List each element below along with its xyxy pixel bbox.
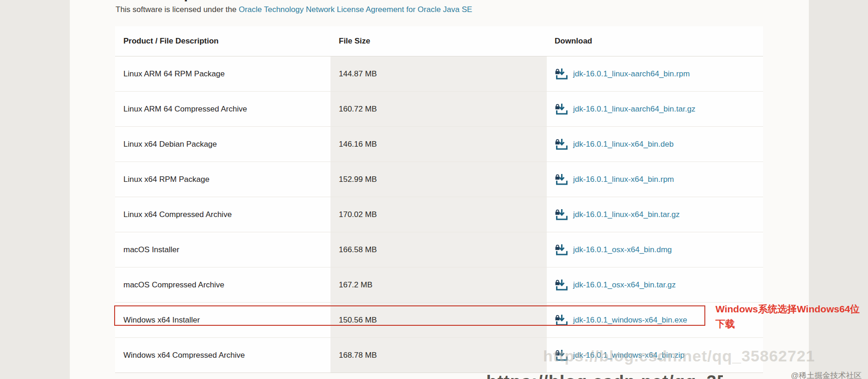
download-file-name: jdk-16.0.1_osx-x64_bin.dmg bbox=[573, 245, 672, 255]
download-icon bbox=[555, 103, 568, 115]
download-file-name: jdk-16.0.1_linux-aarch64_bin.tar.gz bbox=[573, 105, 696, 114]
table-row: Linux ARM 64 Compressed Archive 160.72 M… bbox=[115, 92, 763, 127]
download-link[interactable]: jdk-16.0.1_osx-x64_bin.dmg bbox=[555, 244, 672, 256]
download-file-name: jdk-16.0.1_linux-x64_bin.deb bbox=[573, 140, 673, 149]
download-file-name: jdk-16.0.1_linux-aarch64_bin.rpm bbox=[573, 69, 690, 79]
license-text: This software is licensed under the bbox=[116, 5, 238, 14]
table-row: Windows x64 Installer 150.56 MB jdk-16.0… bbox=[115, 303, 763, 338]
table-row: Linux x64 Compressed Archive 170.02 MB j… bbox=[115, 197, 763, 232]
file-size: 152.99 MB bbox=[330, 162, 547, 197]
file-size: 166.58 MB bbox=[330, 232, 547, 267]
red-annotation-text: Windows系统选择Windows64位下载 bbox=[715, 302, 868, 331]
table-row: Linux x64 RPM Package 152.99 MB jdk-16.0… bbox=[115, 162, 763, 197]
download-file-name: jdk-16.0.1_linux-x64_bin.rpm bbox=[573, 175, 674, 184]
download-file-name: jdk-16.0.1_linux-x64_bin.tar.gz bbox=[573, 210, 680, 219]
product-description: Linux ARM 64 Compressed Archive bbox=[115, 92, 330, 126]
download-icon bbox=[555, 314, 568, 326]
clipped-page-heading: p bbox=[184, 0, 239, 4]
file-size: 150.56 MB bbox=[330, 303, 547, 337]
column-header-product: Product / File Description bbox=[115, 37, 330, 46]
product-description: macOS Compressed Archive bbox=[115, 267, 330, 302]
file-size: 168.78 MB bbox=[330, 338, 547, 373]
download-icon bbox=[555, 138, 568, 150]
download-link[interactable]: jdk-16.0.1_linux-x64_bin.deb bbox=[555, 138, 673, 150]
table-row: macOS Compressed Archive 167.2 MB jdk-16… bbox=[115, 267, 763, 303]
table-row: Linux x64 Debian Package 146.16 MB jdk-1… bbox=[115, 127, 763, 162]
product-description: Windows x64 Compressed Archive bbox=[115, 338, 330, 373]
table-header-row: Product / File Description File Size Dow… bbox=[115, 26, 763, 56]
watermark-juejin: @稀土掘金技术社区 bbox=[791, 370, 862, 379]
download-link[interactable]: jdk-16.0.1_linux-x64_bin.rpm bbox=[555, 174, 674, 186]
download-link[interactable]: jdk-16.0.1_osx-x64_bin.tar.gz bbox=[555, 279, 676, 291]
product-description: Linux x64 Compressed Archive bbox=[115, 197, 330, 232]
download-icon bbox=[555, 279, 568, 291]
watermark-url-dark-clipped: https://blog.csdn.net/qq_35862721 bbox=[486, 373, 723, 379]
file-size: 144.87 MB bbox=[330, 56, 547, 91]
download-icon bbox=[555, 174, 568, 186]
product-description: Linux ARM 64 RPM Package bbox=[115, 56, 330, 91]
file-size: 160.72 MB bbox=[330, 92, 547, 126]
column-header-download: Download bbox=[547, 37, 763, 46]
left-margin-strip bbox=[0, 0, 70, 379]
download-icon bbox=[555, 209, 568, 221]
column-header-filesize: File Size bbox=[330, 37, 547, 46]
download-icon bbox=[555, 244, 568, 256]
download-icon bbox=[555, 68, 568, 80]
table-body: Linux ARM 64 RPM Package 144.87 MB jdk-1… bbox=[115, 56, 763, 373]
watermark-url-light: https://blog.csdn.net/qq_35862721 bbox=[543, 347, 815, 365]
product-description: macOS Installer bbox=[115, 232, 330, 267]
license-agreement-link[interactable]: Oracle Technology Network License Agreem… bbox=[238, 5, 472, 14]
download-link[interactable]: jdk-16.0.1_linux-aarch64_bin.tar.gz bbox=[555, 103, 696, 115]
file-size: 146.16 MB bbox=[330, 127, 547, 162]
download-link[interactable]: jdk-16.0.1_windows-x64_bin.exe bbox=[555, 314, 687, 326]
download-file-name: jdk-16.0.1_windows-x64_bin.exe bbox=[573, 316, 687, 325]
license-line: This software is licensed under the Orac… bbox=[116, 5, 472, 14]
download-table: Product / File Description File Size Dow… bbox=[115, 26, 763, 373]
download-file-name: jdk-16.0.1_osx-x64_bin.tar.gz bbox=[573, 280, 676, 290]
product-description: Linux x64 RPM Package bbox=[115, 162, 330, 197]
table-row: macOS Installer 166.58 MB jdk-16.0.1_osx… bbox=[115, 232, 763, 267]
product-description: Linux x64 Debian Package bbox=[115, 127, 330, 162]
download-link[interactable]: jdk-16.0.1_linux-x64_bin.tar.gz bbox=[555, 209, 680, 221]
table-row: Linux ARM 64 RPM Package 144.87 MB jdk-1… bbox=[115, 56, 763, 92]
file-size: 170.02 MB bbox=[330, 197, 547, 232]
download-link[interactable]: jdk-16.0.1_linux-aarch64_bin.rpm bbox=[555, 68, 690, 80]
file-size: 167.2 MB bbox=[330, 267, 547, 302]
product-description: Windows x64 Installer bbox=[115, 303, 330, 337]
